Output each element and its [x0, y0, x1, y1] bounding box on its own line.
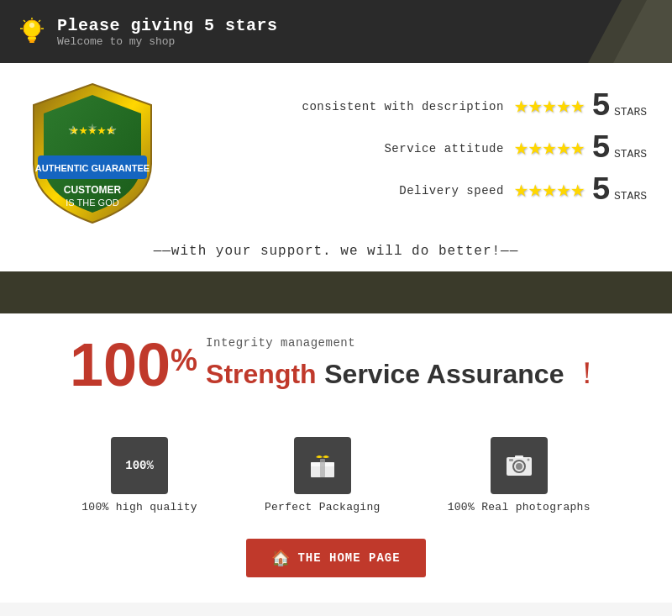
integrity-main-line: Strength Service Assurance ！	[206, 353, 602, 394]
home-page-button[interactable]: 🏠 THE HOME PAGE	[246, 539, 425, 577]
rating-row-2: Service attitude ★ ★ ★ ★ ★ 5 STARS	[176, 133, 647, 165]
photos-label: 100% Real photographs	[448, 501, 591, 513]
home-button-section: 🏠 THE HOME PAGE	[0, 526, 672, 603]
shield-container: ★★★★★ ★ ☆ ☆ AUTHENTIC GUARANTEE CUSTOMER…	[17, 80, 168, 227]
stars-3: ★ ★ ★ ★ ★	[514, 179, 585, 203]
rating-label-2: Service attitude	[384, 142, 503, 155]
guarantee-section: ★★★★★ ★ ☆ ☆ AUTHENTIC GUARANTEE CUSTOMER…	[0, 63, 672, 240]
rating-row-1: consistent with description ★ ★ ★ ★ ★ 5 …	[176, 91, 647, 123]
svg-rect-26	[509, 459, 513, 461]
svg-text:IS THE GOD: IS THE GOD	[66, 197, 118, 208]
svg-text:AUTHENTIC GUARANTEE: AUTHENTIC GUARANTEE	[35, 163, 150, 173]
rating-num-2: 5	[591, 133, 611, 165]
svg-rect-3	[29, 41, 34, 43]
rating-text-3: STARS	[614, 190, 647, 203]
svg-text:☆: ☆	[107, 120, 117, 140]
integrity-percent: %	[171, 343, 197, 378]
svg-rect-1	[28, 37, 36, 39]
ratings-block: consistent with description ★ ★ ★ ★ ★ 5 …	[168, 91, 647, 217]
svg-rect-22	[320, 459, 325, 477]
shield-svg: ★★★★★ ★ ☆ ☆ AUTHENTIC GUARANTEE CUSTOMER…	[25, 80, 160, 227]
icon-item-photos: 100% Real photographs	[448, 437, 591, 513]
icon-item-quality: 100% 100% high quality	[81, 437, 197, 513]
svg-rect-28	[515, 455, 523, 458]
quality-label: 100% high quality	[81, 501, 197, 513]
rating-text-1: STARS	[614, 106, 647, 118]
integrity-subtitle: Integrity management	[206, 336, 355, 350]
packaging-icon	[294, 437, 351, 494]
bulb-icon	[17, 17, 47, 47]
rating-label-3: Delivery speed	[399, 184, 504, 197]
svg-text:★: ★	[87, 118, 97, 137]
rating-num-3: 5	[591, 175, 611, 207]
home-icon: 🏠	[271, 549, 291, 567]
icons-row: 100% 100% high quality Perfect Packaging	[0, 416, 672, 526]
header-text: Please giving 5 stars Welcome to my shop	[57, 16, 278, 48]
integrity-number: 100	[70, 334, 171, 395]
svg-point-25	[516, 463, 522, 470]
integrity-top: 100 % Integrity management Strength Serv…	[25, 334, 647, 395]
integrity-strength: Strength	[206, 359, 317, 389]
stars-1: ★ ★ ★ ★ ★	[514, 95, 585, 118]
rating-text-2: STARS	[614, 148, 647, 161]
rating-label-1: consistent with description	[302, 100, 504, 113]
svg-point-27	[527, 459, 529, 461]
rating-num-1: 5	[591, 91, 611, 123]
home-button-label: THE HOME PAGE	[297, 551, 400, 565]
packaging-label: Perfect Packaging	[265, 501, 381, 513]
support-text: ——with your support. we will do better!—…	[0, 240, 672, 271]
header-decoration	[554, 0, 672, 63]
header-subtitle: Welcome to my shop	[57, 35, 278, 48]
photos-icon	[491, 437, 548, 494]
header-title: Please giving 5 stars	[57, 16, 278, 35]
integrity-service: Service Assurance	[324, 359, 564, 389]
quality-icon: 100%	[111, 437, 168, 494]
header: Please giving 5 stars Welcome to my shop	[0, 0, 672, 63]
icon-item-packaging: Perfect Packaging	[265, 437, 381, 513]
integrity-right: Integrity management Strength Service As…	[206, 336, 602, 394]
integrity-exclaim: ！	[572, 358, 602, 392]
svg-point-9	[29, 23, 34, 28]
rating-row-3: Delivery speed ★ ★ ★ ★ ★ 5 STARS	[176, 175, 647, 207]
dark-bar	[0, 271, 672, 313]
svg-text:☆: ☆	[68, 120, 78, 140]
svg-line-6	[39, 20, 40, 22]
svg-rect-2	[29, 39, 35, 41]
svg-text:CUSTOMER: CUSTOMER	[64, 184, 122, 196]
stars-2: ★ ★ ★ ★ ★	[514, 137, 585, 161]
integrity-section: 100 % Integrity management Strength Serv…	[0, 313, 672, 416]
svg-line-5	[24, 20, 25, 22]
